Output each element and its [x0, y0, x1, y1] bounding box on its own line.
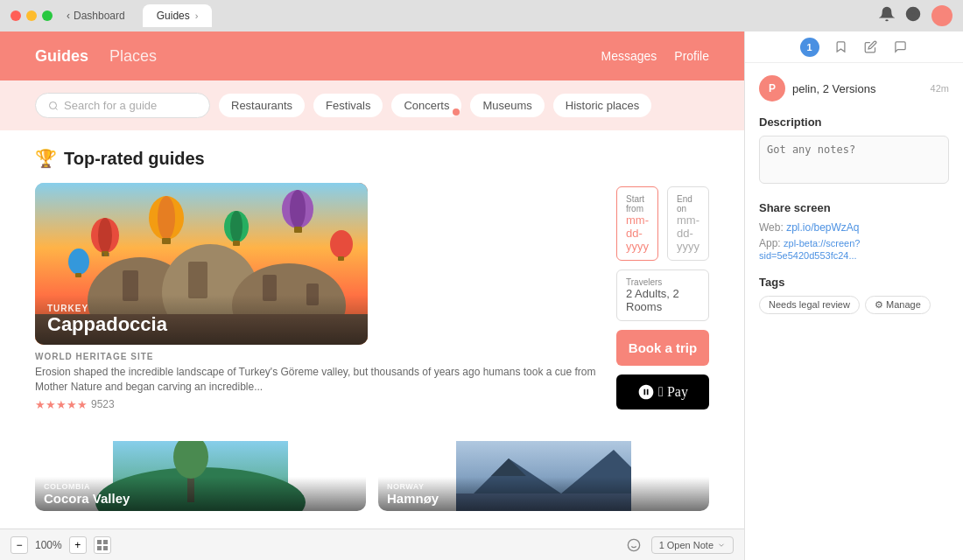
travelers-label: Travelers	[626, 277, 699, 287]
tags-section: Tags Needs legal review ⚙ Manage	[759, 276, 949, 314]
chevron-down-icon	[717, 541, 726, 550]
toolbar-notification-icon[interactable]: 1	[800, 38, 819, 57]
titlebar-right	[879, 5, 952, 26]
svg-point-42	[628, 539, 639, 550]
tag-legal-review[interactable]: Needs legal review	[759, 296, 860, 314]
filter-historic-places[interactable]: Historic places	[553, 94, 652, 117]
small-card-country-colombia: COLOMBIA	[44, 482, 357, 491]
svg-rect-39	[103, 540, 108, 544]
zoom-level: 100%	[35, 539, 62, 551]
end-date-value: mm-dd-yyyy	[677, 214, 699, 253]
svg-rect-19	[162, 238, 171, 244]
open-note-badge[interactable]: 1 Open Note	[651, 536, 734, 554]
dashboard-link[interactable]: Dashboard	[74, 10, 125, 22]
right-panel-toolbar: 1	[745, 32, 963, 63]
description-label: Description	[759, 116, 949, 129]
user-avatar-panel: P	[759, 75, 785, 102]
toolbar-comment-icon[interactable]	[893, 39, 909, 55]
small-card-colombia-overlay: COLOMBIA Cocora Valley	[35, 477, 366, 511]
book-trip-button[interactable]: Book a trip	[616, 330, 709, 366]
small-card-country-norway: NORWAY	[387, 482, 700, 491]
nav-guides[interactable]: Guides	[35, 47, 88, 66]
bottom-bar: − 100% + 1 Open Note	[0, 528, 744, 560]
notification-icon[interactable]	[879, 6, 895, 25]
zoom-plus-button[interactable]: +	[69, 536, 87, 554]
featured-badge: WORLD HERITAGE SITE	[35, 352, 599, 361]
search-placeholder: Search for a guide	[64, 99, 157, 112]
featured-card[interactable]: TURKEY Cappadoccia	[35, 183, 368, 345]
share-section: Share screen Web: zpl.io/bepWzAq App: zp…	[759, 201, 949, 262]
start-date-label: Start from	[626, 194, 649, 214]
svg-point-13	[98, 218, 112, 253]
applepay-label:  Pay	[658, 384, 688, 400]
travelers-value: 2 Adults, 2 Rooms	[626, 287, 699, 313]
search-icon	[48, 101, 59, 111]
filter-festivals[interactable]: Festivals	[313, 94, 383, 117]
review-count: 9523	[91, 398, 115, 410]
open-note-text: 1 Open Note	[659, 540, 713, 550]
app-label: App:	[759, 237, 781, 249]
user-avatar[interactable]	[931, 5, 952, 26]
active-tab[interactable]: Guides ›	[143, 4, 213, 27]
user-row: P pelin, 2 Versions 42m	[759, 75, 949, 102]
tag-manage[interactable]: ⚙ Manage	[865, 296, 931, 314]
svg-rect-29	[338, 256, 344, 261]
cards-row: TURKEY Cappadoccia WORLD HERITAGE SITE E…	[35, 183, 709, 427]
featured-card-overlay: TURKEY Cappadoccia	[35, 295, 368, 345]
minimize-button[interactable]	[26, 10, 37, 21]
featured-card-info: WORLD HERITAGE SITE Erosion shaped the i…	[35, 352, 599, 411]
filter-concerts[interactable]: Concerts	[391, 94, 461, 117]
featured-desc: Erosion shaped the incredible landscape …	[35, 365, 599, 395]
filter-restaurants[interactable]: Restaurants	[219, 94, 305, 117]
filter-museums[interactable]: Museums	[470, 94, 544, 117]
svg-rect-27	[75, 273, 81, 277]
app-share-row: App: zpl-beta://screen?sid=5e5420d553fc2…	[759, 237, 949, 262]
svg-rect-25	[294, 227, 302, 233]
small-card-title-norway: Hamnøy	[387, 491, 700, 506]
svg-rect-8	[188, 262, 207, 298]
zoom-minus-button[interactable]: −	[11, 536, 28, 554]
traffic-lights	[11, 10, 53, 21]
nav-messages[interactable]: Messages	[601, 49, 657, 63]
app-nav: Guides Places Messages Profile	[0, 32, 744, 80]
notes-textarea[interactable]	[759, 136, 949, 184]
filter-area: Search for a guide Restaurants Festivals…	[0, 80, 744, 130]
search-box[interactable]: Search for a guide	[35, 93, 210, 118]
toolbar-edit-icon[interactable]	[863, 39, 879, 55]
web-link[interactable]: zpl.io/bepWzAq	[786, 221, 859, 234]
small-card-norway-overlay: NORWAY Hamnøy	[378, 477, 709, 511]
small-card-colombia[interactable]: COLOMBIA Cocora Valley	[35, 441, 366, 511]
svg-rect-38	[97, 540, 102, 544]
section-title-text: Top-rated guides	[64, 149, 205, 169]
share-screen-title: Share screen	[759, 201, 949, 214]
featured-stars: ★★★★★ 9523	[35, 398, 599, 411]
applepay-button[interactable]:  Pay	[616, 374, 709, 410]
emoji-button[interactable]	[623, 535, 644, 556]
start-date-field[interactable]: Start from mm-dd-yyyy	[616, 186, 658, 261]
back-icon[interactable]: ‹	[67, 10, 70, 22]
help-icon[interactable]	[905, 6, 921, 25]
svg-point-24	[290, 190, 306, 228]
featured-card-column: TURKEY Cappadoccia WORLD HERITAGE SITE E…	[35, 183, 599, 427]
svg-rect-22	[233, 241, 240, 246]
nav-profile[interactable]: Profile	[674, 49, 709, 63]
grid-view-button[interactable]	[94, 536, 111, 554]
small-card-title-colombia: Cocora Valley	[44, 491, 357, 506]
travelers-field[interactable]: Travelers 2 Adults, 2 Rooms	[616, 270, 709, 321]
trophy-icon: 🏆	[35, 148, 57, 169]
titlebar: ‹ Dashboard Guides ›	[0, 0, 963, 32]
content-area: 🏆 Top-rated guides	[0, 130, 744, 528]
small-card-norway[interactable]: NORWAY Hamnøy	[378, 441, 709, 511]
tab-label: Guides	[157, 10, 190, 22]
tags-row: Needs legal review ⚙ Manage	[759, 296, 949, 314]
app-nav-links: Guides Places	[35, 47, 157, 66]
end-date-field[interactable]: End on mm-dd-yyyy	[667, 186, 709, 261]
section-title: 🏆 Top-rated guides	[35, 148, 709, 169]
fullscreen-button[interactable]	[42, 10, 53, 21]
toolbar-bookmark-icon[interactable]	[833, 39, 849, 55]
app-nav-right: Messages Profile	[601, 49, 710, 63]
close-button[interactable]	[11, 10, 21, 21]
grid-icon	[97, 540, 108, 550]
nav-places[interactable]: Places	[109, 47, 157, 66]
web-share-row: Web: zpl.io/bepWzAq	[759, 221, 949, 234]
